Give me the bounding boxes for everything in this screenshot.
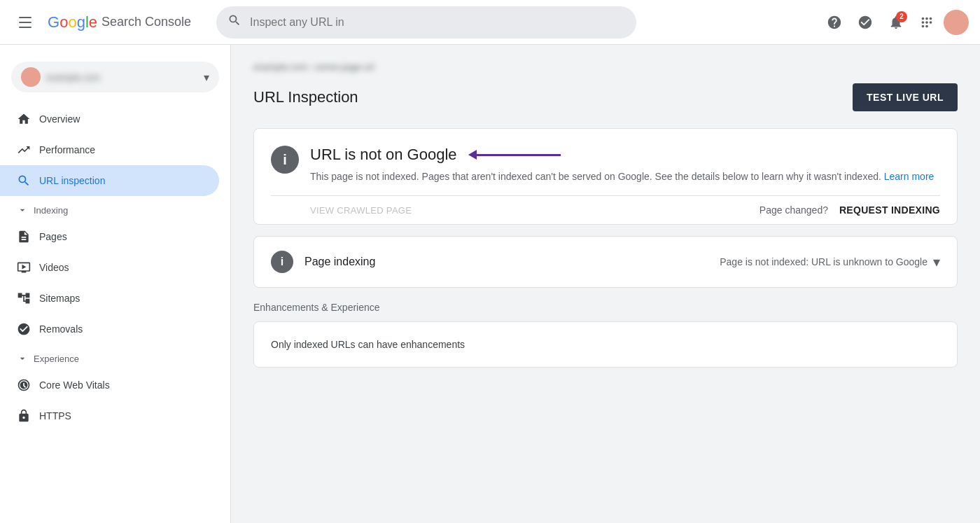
sidebar-item-overview-label: Overview — [39, 113, 80, 125]
indexing-chevron-down-icon[interactable]: ▾ — [933, 253, 940, 270]
indexing-info-icon: i — [271, 251, 293, 273]
service-name: Search Console — [102, 15, 191, 29]
sidebar-item-sitemaps-label: Sitemaps — [39, 293, 80, 304]
learn-more-link[interactable]: Learn more — [884, 171, 934, 182]
home-icon — [17, 112, 31, 126]
experience-section-header[interactable]: Experience — [0, 347, 230, 370]
apps-button[interactable] — [913, 8, 941, 36]
breadcrumb: example.com › some-page-url — [253, 62, 958, 72]
sidebar-item-core-web-vitals-label: Core Web Vitals — [39, 379, 110, 391]
enhancements-section-label: Enhancements & Experience — [253, 302, 958, 313]
search-icon — [227, 13, 241, 31]
https-icon — [17, 409, 31, 423]
pages-icon — [17, 230, 31, 244]
search-bar[interactable] — [216, 6, 636, 39]
search-icon — [17, 174, 31, 188]
collapse-icon — [17, 204, 28, 216]
page-changed-label: Page changed? — [760, 204, 828, 216]
indexing-sub-items: Pages Videos Sitemaps Removals — [0, 221, 230, 344]
sidebar-item-videos[interactable]: Videos — [0, 252, 219, 283]
request-indexing-button[interactable]: REQUEST INDEXING — [839, 204, 940, 216]
sidebar-item-core-web-vitals[interactable]: Core Web Vitals — [0, 370, 219, 400]
sidebar-item-videos-label: Videos — [39, 262, 69, 273]
status-header: i URL is not on Google This page is not … — [271, 146, 940, 196]
videos-icon — [17, 260, 31, 274]
test-live-url-button[interactable]: TEST LIVE URL — [853, 83, 958, 111]
topbar: Google Search Console 2 — [0, 0, 980, 45]
sidebar-item-sitemaps[interactable]: Sitemaps — [0, 283, 219, 314]
avatar[interactable] — [944, 10, 969, 35]
account-circle-button[interactable] — [851, 8, 879, 36]
search-input[interactable] — [250, 16, 625, 29]
experience-section-label: Experience — [34, 354, 79, 364]
logo[interactable]: Google Search Console — [48, 13, 191, 32]
enhancements-message: Only indexed URLs can have enhancements — [271, 339, 940, 350]
sidebar-item-removals-label: Removals — [39, 323, 83, 335]
status-card: i URL is not on Google This page is not … — [253, 128, 958, 225]
page-header: URL Inspection TEST LIVE URL — [253, 83, 958, 111]
property-icon — [21, 67, 41, 87]
sidebar-item-url-inspection[interactable]: URL inspection — [0, 165, 219, 196]
status-content: URL is not on Google This page is not in… — [310, 146, 940, 184]
status-description: This page is not indexed. Pages that are… — [310, 169, 940, 184]
notifications-button[interactable]: 2 — [882, 8, 910, 36]
sidebar-item-performance-label: Performance — [39, 144, 95, 155]
sidebar-item-performance[interactable]: Performance — [0, 134, 219, 165]
indexing-section-label: Indexing — [34, 205, 68, 216]
status-info-icon: i — [271, 146, 299, 174]
sidebar-item-https-label: HTTPS — [39, 410, 71, 421]
menu-button[interactable] — [11, 8, 39, 36]
trending-up-icon — [17, 143, 31, 157]
sidebar-item-removals[interactable]: Removals — [0, 314, 219, 344]
property-name: example.com — [46, 72, 198, 83]
sidebar: example.com ▾ Overview Performance URL i… — [0, 45, 231, 523]
notification-count: 2 — [896, 11, 907, 22]
help-button[interactable] — [820, 8, 848, 36]
enhancements-card: Only indexed URLs can have enhancements — [253, 321, 958, 368]
core-web-vitals-icon — [17, 378, 31, 392]
experience-sub-items: Core Web Vitals HTTPS — [0, 370, 230, 431]
removals-icon — [17, 322, 31, 336]
sidebar-item-url-inspection-label: URL inspection — [39, 175, 105, 186]
view-crawled-button: VIEW CRAWLED PAGE — [310, 205, 412, 216]
page-title: URL Inspection — [253, 88, 358, 106]
main-content: example.com › some-page-url URL Inspecti… — [231, 45, 980, 523]
sidebar-item-overview[interactable]: Overview — [0, 104, 219, 134]
sidebar-item-pages-label: Pages — [39, 231, 67, 242]
status-actions: VIEW CRAWLED PAGE Page changed? REQUEST … — [271, 196, 940, 224]
indexing-row-value: Page is not indexed: URL is unknown to G… — [720, 253, 940, 270]
layout: example.com ▾ Overview Performance URL i… — [0, 45, 980, 523]
sitemaps-icon — [17, 291, 31, 305]
indexing-section-header[interactable]: Indexing — [0, 199, 230, 221]
sidebar-item-https[interactable]: HTTPS — [0, 400, 219, 431]
arrow-line — [477, 154, 561, 156]
indexing-card: i Page indexing Page is not indexed: URL… — [253, 236, 958, 288]
indexing-row-title: Page indexing — [304, 256, 375, 268]
google-wordmark: Google — [48, 13, 97, 32]
topbar-actions: 2 — [820, 8, 969, 36]
sidebar-item-pages[interactable]: Pages — [0, 221, 219, 252]
action-right: Page changed? REQUEST INDEXING — [760, 204, 940, 216]
property-selector[interactable]: example.com ▾ — [11, 62, 219, 92]
indexing-row: i Page indexing Page is not indexed: URL… — [254, 237, 957, 287]
status-title: URL is not on Google — [310, 146, 940, 164]
arrow-head — [468, 150, 477, 160]
collapse-icon-experience — [17, 353, 28, 364]
property-dropdown-arrow: ▾ — [204, 71, 209, 84]
arrow-annotation — [468, 150, 561, 160]
